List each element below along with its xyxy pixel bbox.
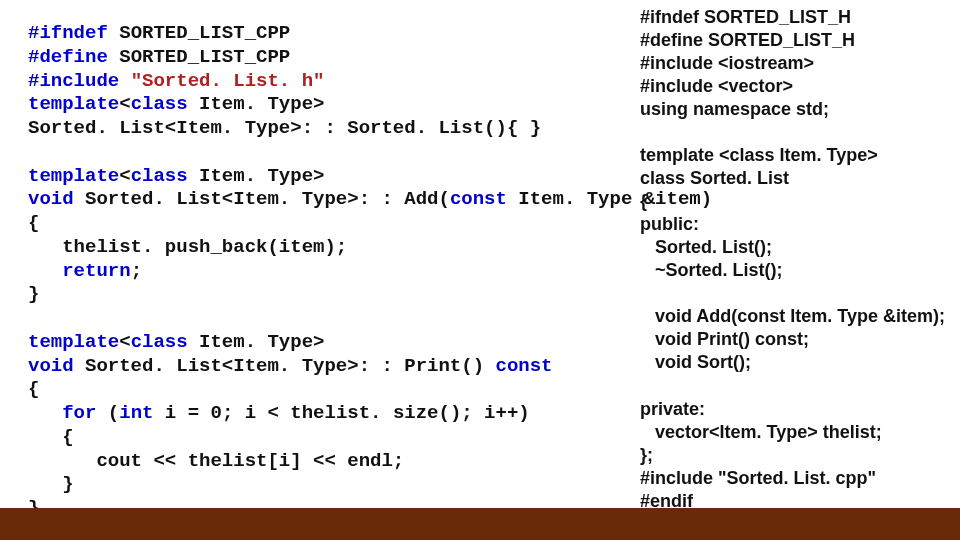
code-text: Item. Type> [188,165,325,187]
code-text: cout << thelist[i] << endl; [28,450,404,472]
keyword: void [28,188,74,210]
code-text: ; [131,260,142,282]
keyword: int [119,402,153,424]
code-text [119,70,130,92]
keyword: return [62,260,130,282]
code-line: private: [640,399,705,419]
code-line: #include "Sorted. List. cpp" [640,468,876,488]
code-line: { [640,191,647,211]
code-text: Item. Type> [188,331,325,353]
keyword: void [28,355,74,377]
code-line: #ifndef SORTED_LIST_H [640,7,851,27]
code-line: #define SORTED_LIST_H [640,30,855,50]
code-text: i = 0; i < thelist. size(); i++) [153,402,529,424]
cpp-source-code: #ifndef SORTED_LIST_CPP #define SORTED_L… [28,22,618,540]
keyword: for [62,402,96,424]
keyword: #define [28,46,108,68]
code-text: } [28,283,39,305]
code-text: Item. Type> [188,93,325,115]
code-line: ~Sorted. List(); [640,260,783,280]
keyword: class [131,93,188,115]
keyword: #ifndef [28,22,108,44]
code-line: class Sorted. List [640,168,789,188]
code-text: thelist. push_back(item); [28,236,347,258]
footer-bar [0,508,960,540]
code-text: < [119,93,130,115]
code-line: vector<Item. Type> thelist; [640,422,882,442]
keyword: template [28,165,119,187]
keyword: const [450,188,507,210]
left-code-column: #ifndef SORTED_LIST_CPP #define SORTED_L… [28,22,618,540]
header-source-code: #ifndef SORTED_LIST_H #define SORTED_LIS… [640,6,940,513]
code-line: #include <iostream> [640,53,814,73]
code-line: }; [640,445,653,465]
code-text: Sorted. List<Item. Type>: : Add( [74,188,450,210]
keyword: template [28,331,119,353]
code-text: Sorted. List<Item. Type>: : Print() [74,355,496,377]
code-text [28,402,62,424]
string-literal: "Sorted. List. h" [131,70,325,92]
code-line: void Print() const; [640,329,809,349]
keyword: #include [28,70,119,92]
code-text: ( [96,402,119,424]
code-line: template <class Item. Type> [640,145,878,165]
keyword: class [131,331,188,353]
code-line: public: [640,214,699,234]
code-text: } [28,473,74,495]
keyword: template [28,93,119,115]
code-text: < [119,331,130,353]
code-text: SORTED_LIST_CPP [108,46,290,68]
keyword: const [495,355,552,377]
code-text: { [28,426,74,448]
code-text: Sorted. List<Item. Type>: : Sorted. List… [28,117,541,139]
keyword: class [131,165,188,187]
code-text: { [28,378,39,400]
code-line: void Add(const Item. Type &item); [640,306,945,326]
right-code-column: #ifndef SORTED_LIST_H #define SORTED_LIS… [640,6,940,513]
code-line: #include <vector> [640,76,793,96]
code-text: SORTED_LIST_CPP [108,22,290,44]
code-text: { [28,212,39,234]
code-line: using namespace std; [640,99,829,119]
code-text [28,260,62,282]
code-text: < [119,165,130,187]
code-line: Sorted. List(); [640,237,772,257]
slide-root: #ifndef SORTED_LIST_CPP #define SORTED_L… [0,0,960,540]
code-line: void Sort(); [640,352,751,372]
